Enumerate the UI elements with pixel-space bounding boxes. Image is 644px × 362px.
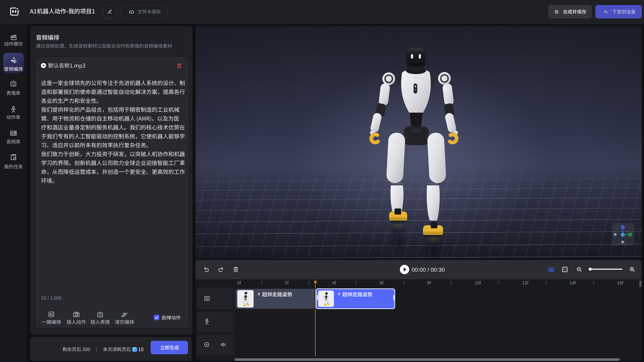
svg-text:Z: Z [622, 226, 623, 229]
svg-text:X: X [630, 233, 631, 236]
svg-text:Y: Y [622, 233, 624, 236]
